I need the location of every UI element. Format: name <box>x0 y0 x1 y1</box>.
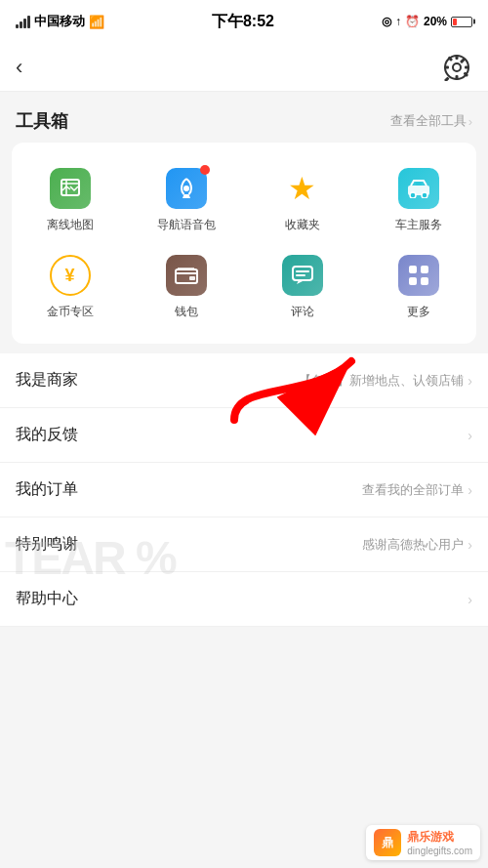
svg-point-11 <box>183 186 189 191</box>
nav-audio-badge <box>200 165 210 175</box>
tool-more[interactable]: 更多 <box>360 243 476 330</box>
help-chevron-icon: › <box>468 592 472 607</box>
svg-rect-15 <box>416 182 422 186</box>
watermark-logo-text: 鼎 <box>382 835 393 851</box>
merchant-title: 我是商家 <box>16 370 78 391</box>
toolbox-title: 工具箱 <box>16 109 68 133</box>
car-service-label: 车主服务 <box>395 217 442 233</box>
battery-icon <box>451 17 472 27</box>
tool-gold-coin[interactable]: ¥ 金币专区 <box>12 243 128 330</box>
settings-button[interactable] <box>441 52 472 83</box>
menu-item-thanks[interactable]: 特别鸣谢 感谢高德热心用户 › <box>0 517 488 572</box>
status-bar: 中国移动 📶 下午8:52 ◎ ↑ ⏰ 20% <box>0 0 488 43</box>
wallet-icon <box>166 255 207 296</box>
merchant-right: 【免费】新增地点、认领店铺 › <box>299 372 472 390</box>
favorites-label: 收藏夹 <box>285 217 320 233</box>
tools-grid: 离线地图 导航语音包 ★ 收藏夹 <box>12 156 476 330</box>
wifi-icon: 📶 <box>89 15 104 29</box>
svg-rect-3 <box>456 75 459 80</box>
favorites-icon-wrap: ★ <box>280 166 325 211</box>
arrow-icon: ↑ <box>395 15 401 28</box>
tool-nav-audio[interactable]: 导航语音包 <box>128 156 244 243</box>
coin-icon: ¥ <box>50 255 91 296</box>
comment-icon-wrap <box>280 253 325 298</box>
watermark-logo: 鼎 <box>374 829 401 856</box>
view-all-tools-link[interactable]: 查看全部工具 › <box>390 112 472 130</box>
svg-point-14 <box>422 192 427 198</box>
svg-rect-18 <box>293 267 312 280</box>
nav-audio-label: 导航语音包 <box>157 217 216 233</box>
watermark-url: dinglegifts.com <box>407 846 472 856</box>
view-all-label: 查看全部工具 <box>390 112 467 130</box>
svg-rect-8 <box>444 76 450 81</box>
gear-icon <box>443 54 470 81</box>
carrier-name: 中国移动 <box>34 13 85 30</box>
help-right: › <box>468 592 472 607</box>
tool-wallet[interactable]: 钱包 <box>128 243 244 330</box>
menu-section: 我是商家 【免费】新增地点、认领店铺 › 我的反馈 › 我的订单 查看我的全部订… <box>0 344 488 627</box>
svg-rect-4 <box>444 65 449 68</box>
tool-offline-map[interactable]: 离线地图 <box>12 156 128 243</box>
signal-icon <box>16 16 30 28</box>
location-icon: ◎ <box>382 15 391 28</box>
battery-percent: 20% <box>424 15 447 28</box>
gold-coin-icon-wrap: ¥ <box>48 253 93 298</box>
watermark: 鼎 鼎乐游戏 dinglegifts.com <box>366 825 480 860</box>
gold-coin-label: 金币专区 <box>47 304 94 320</box>
feedback-chevron-icon: › <box>468 428 472 443</box>
orders-right: 查看我的全部订单 › <box>362 481 472 499</box>
wallet-icon-wrap <box>164 253 209 298</box>
chevron-right-icon: › <box>468 114 472 129</box>
watermark-brand: 鼎乐游戏 <box>407 829 472 846</box>
thanks-title: 特别鸣谢 <box>16 534 78 555</box>
status-indicators: ◎ ↑ ⏰ 20% <box>382 15 472 28</box>
car-icon <box>398 168 439 209</box>
svg-point-1 <box>453 63 461 71</box>
watermark-text-wrap: 鼎乐游戏 dinglegifts.com <box>407 829 472 856</box>
svg-rect-2 <box>456 55 459 60</box>
alarm-icon: ⏰ <box>405 15 420 28</box>
feedback-title: 我的反馈 <box>16 425 78 445</box>
offline-map-icon <box>50 168 91 209</box>
orders-chevron-icon: › <box>468 482 472 498</box>
tool-car-service[interactable]: 车主服务 <box>360 156 476 243</box>
toolbox-header: 工具箱 查看全部工具 › <box>0 92 488 143</box>
svg-point-13 <box>410 192 416 198</box>
more-label: 更多 <box>407 304 430 320</box>
comment-icon <box>282 255 323 296</box>
merchant-chevron-icon: › <box>468 373 472 389</box>
merchant-desc: 【免费】新增地点、认领店铺 <box>299 372 464 390</box>
star-icon: ★ <box>282 168 323 209</box>
svg-rect-17 <box>189 276 195 280</box>
svg-rect-5 <box>465 65 469 68</box>
menu-item-help[interactable]: 帮助中心 › <box>0 572 488 627</box>
toolbox-card: 离线地图 导航语音包 ★ 收藏夹 <box>12 143 476 344</box>
menu-item-merchant[interactable]: 我是商家 【免费】新增地点、认领店铺 › <box>0 353 488 408</box>
status-carrier: 中国移动 📶 <box>16 13 104 30</box>
thanks-desc: 感谢高德热心用户 <box>362 536 464 554</box>
back-button[interactable]: ‹ <box>16 55 22 80</box>
car-service-icon-wrap <box>396 166 441 211</box>
tool-comment[interactable]: 评论 <box>244 243 360 330</box>
nav-bar: ‹ <box>0 43 488 92</box>
menu-item-orders[interactable]: 我的订单 查看我的全部订单 › <box>0 463 488 517</box>
orders-title: 我的订单 <box>16 479 78 500</box>
offline-map-label: 离线地图 <box>47 217 94 233</box>
thanks-right: 感谢高德热心用户 › <box>362 536 472 554</box>
more-icon-wrap <box>396 253 441 298</box>
feedback-right: › <box>468 428 472 443</box>
tool-favorites[interactable]: ★ 收藏夹 <box>244 156 360 243</box>
thanks-chevron-icon: › <box>468 537 472 553</box>
help-title: 帮助中心 <box>16 589 78 609</box>
nav-audio-icon-wrap <box>164 166 209 211</box>
offline-map-icon-wrap <box>48 166 93 211</box>
status-time: 下午8:52 <box>212 12 274 32</box>
orders-desc: 查看我的全部订单 <box>362 481 464 499</box>
menu-item-feedback[interactable]: 我的反馈 › <box>0 408 488 463</box>
comment-label: 评论 <box>291 304 314 320</box>
wallet-label: 钱包 <box>175 304 198 320</box>
more-grid-icon <box>398 255 439 296</box>
nav-audio-icon <box>166 168 207 209</box>
